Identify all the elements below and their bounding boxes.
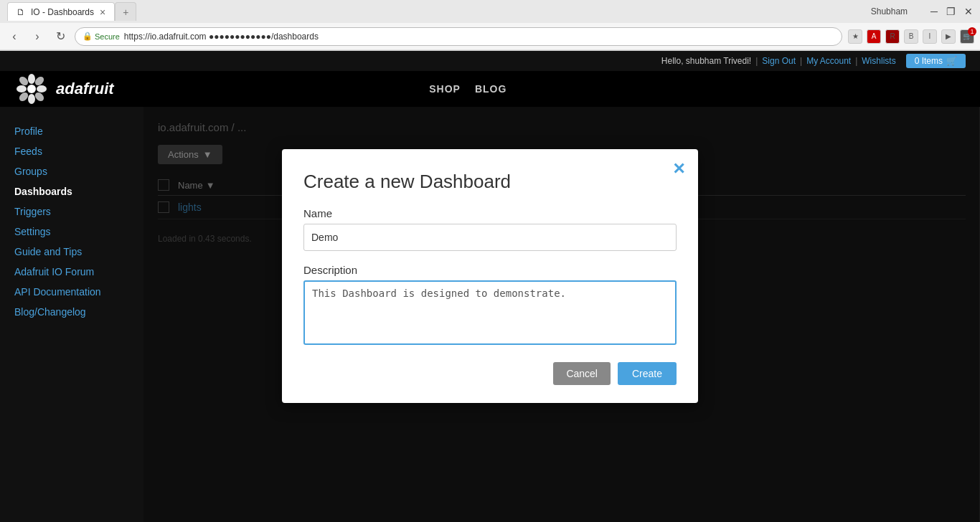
minimize-btn[interactable]: ─ [930,6,938,17]
cancel-button[interactable]: Cancel [553,362,611,385]
close-btn[interactable]: ✕ [964,6,973,17]
secure-badge: 🔒 Secure [83,32,120,41]
separator-1: | [755,56,758,66]
cart-count: 0 Items [915,56,943,66]
tab-close-btn[interactable]: × [100,6,105,18]
ext-icon-2[interactable]: R [885,29,900,44]
address-bar[interactable]: 🔒 Secure https://io.adafruit.com ●●●●●●●… [75,27,842,46]
maximize-btn[interactable]: ❐ [946,6,956,17]
nav-blog[interactable]: BLOG [475,83,507,95]
nav-menu: SHOP BLOG [429,83,507,95]
header-top-bar: Hello, shubham Trivedi! | Sign Out | My … [0,51,980,71]
browser-chrome: 🗋 IO - Dashboards × + Shubham ─ ❐ ✕ ‹ › … [0,0,980,51]
ext-icon-4[interactable]: I [923,29,937,44]
user-name: Shubham [871,6,908,16]
description-textarea[interactable] [303,280,677,345]
cart-button[interactable]: 0 Items 🛒 [906,54,966,68]
modal-close-button[interactable]: ✕ [672,160,685,179]
modal-title: Create a new Dashboard [303,171,677,193]
svg-point-2 [28,94,35,104]
reload-button[interactable]: ↻ [52,28,69,45]
browser-tab[interactable]: 🗋 IO - Dashboards × [7,2,115,21]
logo-text: adafruit [56,80,114,98]
svg-point-7 [18,91,30,103]
svg-point-0 [27,85,36,93]
create-button[interactable]: Create [618,362,677,385]
url-text: https://io.adafruit.com ●●●●●●●●●●●●/das… [124,32,319,42]
browser-toolbar: ‹ › ↻ 🔒 Secure https://io.adafruit.com ●… [0,23,980,50]
svg-point-6 [34,75,46,87]
description-label: Description [303,264,677,276]
name-input[interactable] [303,224,677,251]
ext-star-icon[interactable]: ★ [848,29,862,44]
ext-icon-3[interactable]: B [904,29,918,44]
svg-point-4 [37,85,47,92]
logo-flower-icon [14,72,49,106]
window-controls: Shubham ─ ❐ ✕ [871,6,973,17]
modal-container: ✕ Create a new Dashboard Name Descriptio… [0,106,980,522]
ext-icon-6[interactable]: 🛒 1 [960,29,974,44]
ext-icon-1[interactable]: A [867,29,881,44]
back-button[interactable]: ‹ [6,28,23,45]
name-label: Name [303,207,677,219]
ext-icon-5[interactable]: ▶ [941,29,956,44]
sign-out-link[interactable]: Sign Out [762,56,796,66]
greeting-text: Hello, shubham Trivedi! [661,56,751,66]
browser-titlebar: 🗋 IO - Dashboards × + Shubham ─ ❐ ✕ [0,0,980,23]
tab-title: IO - Dashboards [31,7,94,17]
modal-actions: Cancel Create [303,362,677,385]
separator-3: | [855,56,857,66]
svg-point-8 [34,91,46,103]
nav-shop[interactable]: SHOP [429,83,461,95]
create-dashboard-modal: ✕ Create a new Dashboard Name Descriptio… [282,149,698,403]
browser-extensions: ★ A R B I ▶ 🛒 1 [848,29,974,44]
separator-2: | [800,56,802,66]
forward-button[interactable]: › [29,28,46,45]
wishlists-link[interactable]: Wishlists [862,56,895,66]
site-header: adafruit SHOP BLOG [0,71,980,107]
cart-icon: 🛒 [946,56,957,66]
svg-point-1 [28,74,35,84]
svg-point-5 [18,75,30,87]
my-account-link[interactable]: My Account [806,56,851,66]
logo-area[interactable]: adafruit [14,72,114,106]
svg-point-3 [17,85,27,92]
